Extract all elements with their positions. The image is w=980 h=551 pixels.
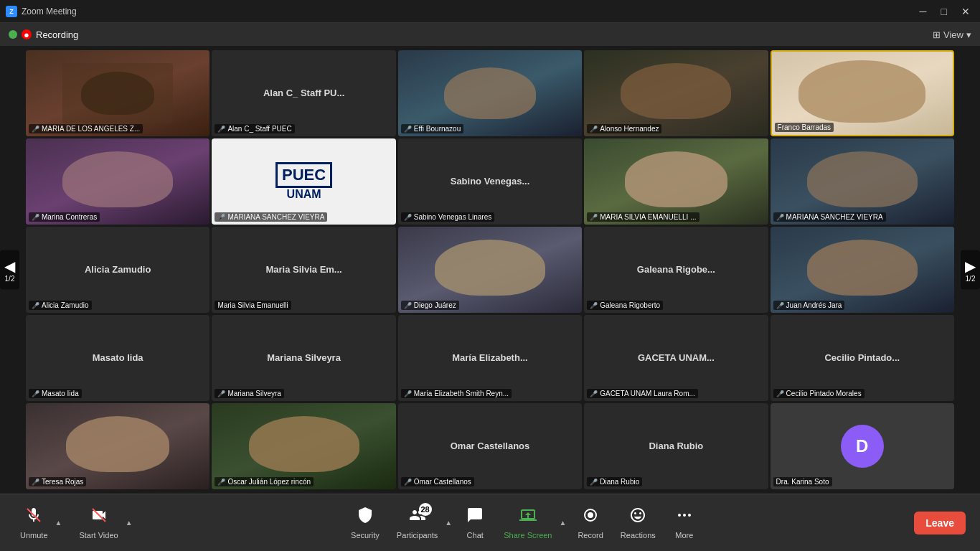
video-feed-13 (398, 227, 582, 313)
participants-count-badge: 28 (419, 503, 432, 516)
participant-name-25: Dra. Karina Soto (776, 478, 829, 486)
name-tag-25: Dra. Karina Soto (773, 477, 832, 486)
recording-label: Recording (36, 29, 78, 40)
participant-name-5: Franco Barradas (778, 123, 831, 131)
mute-icon-20: 🎤 (776, 390, 784, 397)
display-name-24: Diana Rubio (649, 441, 703, 453)
video-chevron[interactable]: ▲ (126, 519, 133, 527)
video-cell-24: Diana Rubio 🎤 Diana Rubio (584, 403, 768, 489)
view-label: View (943, 29, 963, 40)
start-video-label: Start Video (79, 531, 118, 540)
participants-btn-group[interactable]: 28 Participants ▲ (391, 504, 452, 542)
participant-name-21: Teresa Rojas (42, 478, 83, 486)
prev-page-button[interactable]: ◀ 1/2 (0, 250, 19, 290)
participant-name-20: Cecilio Pintado Morales (786, 390, 862, 397)
video-feed-15 (771, 227, 954, 313)
video-cell-9: 🎤 MARIA SILVIA EMANUELLI ... (584, 138, 768, 225)
participants-chevron[interactable]: ▲ (445, 519, 452, 527)
record-label: Record (578, 531, 603, 540)
name-tag-16: 🎤 Masato Iida (29, 389, 82, 398)
video-feed-1 (26, 50, 209, 136)
chevron-down-icon: ▾ (966, 29, 971, 40)
unmute-chevron[interactable]: ▲ (55, 519, 62, 527)
video-cell-17: Mariana Silveyra 🎤 Mariana Silveyra (212, 315, 395, 401)
title-bar-controls[interactable]: ─ □ ✕ (915, 4, 974, 19)
mute-icon-24: 🎤 (590, 479, 598, 486)
video-cell-11: Alicia Zamudio 🎤 Alicia Zamudio (26, 227, 209, 313)
record-button[interactable]: Record (572, 504, 608, 542)
video-cell-13: 🎤 Diego Juárez (398, 227, 582, 313)
minimize-button[interactable]: ─ (915, 4, 931, 19)
leave-button[interactable]: Leave (914, 512, 966, 534)
mute-icon-4: 🎤 (590, 126, 598, 133)
record-indicator-icon: ● (22, 29, 32, 39)
svg-point-6 (688, 514, 691, 517)
display-name-8: Sabino Venegas... (451, 176, 530, 188)
more-label: More (675, 531, 693, 540)
participant-name-23: Omar Castellanos (414, 478, 471, 486)
mute-icon-21: 🎤 (32, 479, 39, 486)
video-feed-9 (584, 138, 768, 225)
share-screen-icon (519, 507, 537, 528)
next-page-button[interactable]: ▶ 1/2 (961, 250, 980, 290)
video-cell-23: Omar Castellanos 🎤 Omar Castellanos (398, 403, 582, 489)
display-name-14: Galeana Rigobe... (637, 264, 715, 276)
share-screen-btn-group[interactable]: Share Screen ▲ (498, 504, 566, 542)
participant-name-18: María Elizabeth Smith Reyn... (414, 390, 509, 397)
chat-button[interactable]: Chat (458, 504, 492, 542)
participants-button[interactable]: 28 Participants (391, 504, 443, 542)
video-feed-22 (212, 403, 395, 489)
mute-icon-14: 🎤 (590, 302, 598, 309)
participant-name-9: MARIA SILVIA EMANUELLI ... (600, 213, 696, 221)
share-screen-button[interactable]: Share Screen (498, 504, 557, 542)
name-tag-22: 🎤 Oscar Julián López rincón (215, 477, 314, 486)
unmute-button[interactable]: Unmute (14, 504, 54, 542)
video-cell-8: Sabino Venegas... 🎤 Sabino Venegas Linar… (398, 138, 582, 225)
record-icon (582, 507, 599, 528)
grid-icon: ⊞ (933, 29, 941, 40)
security-button[interactable]: Security (345, 504, 385, 542)
participant-name-15: Juan Andrés Jara (786, 301, 842, 309)
video-cell-7: PUEC UNAM 🎤 MARIANA SANCHEZ VIEYRA (212, 138, 395, 225)
unmute-btn-group[interactable]: Unmute ▲ (14, 504, 62, 542)
video-feed-21 (26, 403, 209, 489)
close-button[interactable]: ✕ (957, 4, 974, 19)
puec-text: PUEC (275, 162, 332, 188)
maximize-button[interactable]: □ (937, 4, 951, 19)
video-feed-10 (771, 138, 954, 225)
name-tag-8: 🎤 Sabino Venegas Linares (401, 212, 494, 222)
mute-icon-2: 🎤 (217, 126, 225, 133)
microphone-muted-icon (25, 507, 42, 528)
mute-icon-3: 🎤 (404, 126, 412, 133)
participant-name-16: Masato Iida (42, 390, 79, 397)
display-name-17: Mariana Silveyra (267, 352, 341, 364)
title-bar: Z Zoom Meeting ─ □ ✕ (0, 0, 980, 23)
mute-icon-22: 🎤 (217, 479, 225, 486)
mute-icon-13: 🎤 (404, 302, 412, 309)
name-tag-2: 🎤 Alan C_ Staff PUEC (215, 124, 294, 133)
toolbar-left: Unmute ▲ Start Video ▲ (14, 504, 133, 542)
top-bar: ● Recording ⊞ View ▾ (0, 23, 980, 46)
start-video-btn-group[interactable]: Start Video ▲ (73, 504, 132, 542)
svg-point-4 (678, 514, 681, 517)
reactions-button[interactable]: Reactions (615, 504, 661, 542)
display-name-20: Cecilio Pintado... (824, 352, 900, 364)
svg-point-5 (683, 514, 686, 517)
video-cell-2: Alan C_ Staff PU... 🎤 Alan C_ Staff PUEC (212, 50, 395, 136)
share-screen-chevron[interactable]: ▲ (559, 519, 566, 527)
participants-label: Participants (397, 531, 438, 540)
start-video-button[interactable]: Start Video (73, 504, 123, 542)
view-button[interactable]: ⊞ View ▾ (933, 29, 971, 40)
participant-name-12: Maria Silvia Emanuelli (217, 301, 288, 309)
name-tag-19: 🎤 GACETA UNAM Laura Rom... (587, 389, 698, 398)
avatar-25: D (841, 425, 884, 468)
video-cell-20: Cecilio Pintado... 🎤 Cecilio Pintado Mor… (771, 315, 954, 401)
reactions-icon (629, 507, 646, 528)
name-tag-24: 🎤 Diana Rubio (587, 477, 642, 486)
title-bar-left: Z Zoom Meeting (6, 6, 77, 17)
video-cell-25: D Dra. Karina Soto (771, 403, 954, 489)
more-button[interactable]: More (667, 504, 702, 542)
display-name-11: Alicia Zamudio (85, 264, 151, 276)
participant-name-3: Effi Bournazou (414, 125, 461, 133)
avatar-area-25: D (771, 403, 954, 489)
